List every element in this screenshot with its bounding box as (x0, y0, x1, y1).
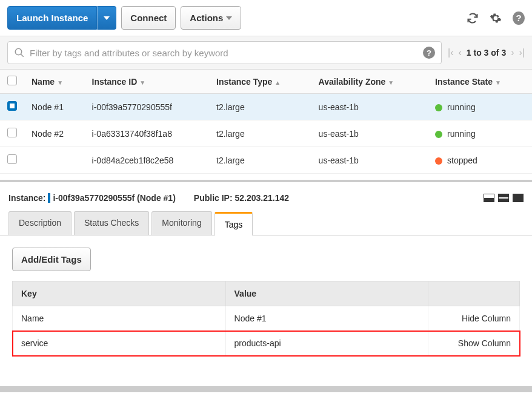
layout-icon-bottom[interactable] (484, 194, 494, 202)
selection-bar-icon (48, 193, 50, 203)
tags-panel: Add/Edit Tags Key Value NameNode #1Hide … (0, 235, 532, 368)
launch-instance-dropdown-button[interactable] (97, 6, 116, 30)
page-prev-icon[interactable]: ‹ (459, 47, 462, 58)
svg-line-1 (21, 54, 24, 57)
launch-instance-split-button: Launch Instance (7, 6, 116, 30)
col-instance-id[interactable]: Instance ID▼ (85, 70, 209, 94)
tag-key: Name (13, 306, 226, 331)
search-help-icon[interactable]: ? (423, 47, 435, 59)
main-toolbar: Launch Instance Connect Actions ? (0, 0, 532, 36)
instance-label: Instance: (8, 193, 45, 203)
tags-col-key: Key (13, 281, 226, 306)
status-dot-icon (435, 104, 442, 111)
tag-value: Node #1 (225, 306, 428, 331)
row-checkbox[interactable] (7, 154, 17, 164)
footer-bar (0, 386, 532, 392)
cell-instance-type: t2.large (209, 94, 311, 120)
tags-col-action (428, 281, 520, 306)
instance-value: i-00f39a5770290555f (Node #1) (53, 193, 175, 203)
add-edit-tags-button[interactable]: Add/Edit Tags (12, 248, 91, 271)
detail-header: Instance: i-00f39a5770290555f (Node #1) … (0, 180, 532, 211)
svg-point-0 (15, 48, 22, 55)
launch-instance-button[interactable]: Launch Instance (7, 6, 97, 30)
detail-tabs: Description Status Checks Monitoring Tag… (0, 211, 532, 235)
page-last-icon[interactable]: ›| (519, 47, 525, 58)
status-dot-icon (435, 131, 442, 138)
cell-state: running (428, 120, 532, 147)
tags-table: Key Value NameNode #1Hide Columnservicep… (12, 281, 520, 356)
pager: |‹ ‹ 1 to 3 of 3 › ›| (448, 47, 525, 58)
select-all-checkbox[interactable] (7, 76, 17, 85)
cell-name: Node #2 (24, 120, 85, 147)
tag-column-toggle[interactable]: Show Column (428, 331, 520, 356)
instances-table: Name▼ Instance ID▼ Instance Type▲ Availa… (0, 70, 532, 174)
caret-down-icon (226, 16, 232, 20)
tab-tags[interactable]: Tags (214, 212, 253, 235)
cell-instance-id: i-00f39a5770290555f (85, 94, 209, 120)
tab-status-checks[interactable]: Status Checks (74, 211, 149, 235)
table-row[interactable]: Node #1i-00f39a5770290555ft2.largeus-eas… (0, 94, 532, 120)
cell-az: us-east-1b (311, 147, 428, 174)
tag-key: service (13, 331, 226, 356)
tag-column-toggle[interactable]: Hide Column (428, 306, 520, 331)
connect-button[interactable]: Connect (121, 6, 176, 30)
col-availability-zone[interactable]: Availability Zone▼ (311, 70, 428, 94)
row-checkbox[interactable] (7, 101, 17, 111)
cell-name (24, 147, 85, 174)
public-ip-label: Public IP: (194, 193, 233, 203)
pager-text: 1 to 3 of 3 (467, 48, 506, 58)
cell-state: running (428, 94, 532, 120)
page-first-icon[interactable]: |‹ (448, 47, 453, 58)
row-checkbox[interactable] (7, 128, 17, 137)
page-next-icon[interactable]: › (511, 47, 514, 58)
tag-row: serviceproducts-apiShow Column (13, 331, 520, 356)
tab-monitoring[interactable]: Monitoring (151, 211, 211, 235)
cell-instance-type: t2.large (209, 120, 311, 147)
refresh-icon[interactable] (467, 12, 479, 24)
layout-icon-split[interactable] (498, 194, 509, 202)
cell-az: us-east-1b (311, 94, 428, 120)
public-ip-value: 52.203.21.142 (235, 193, 290, 203)
caret-down-icon (104, 16, 110, 20)
col-name[interactable]: Name▼ (24, 70, 85, 94)
tag-value: products-api (225, 331, 428, 356)
search-input[interactable] (30, 48, 423, 58)
col-instance-type[interactable]: Instance Type▲ (209, 70, 311, 94)
tab-description[interactable]: Description (8, 211, 71, 235)
cell-instance-type: t2.large (209, 147, 311, 174)
tag-row: NameNode #1Hide Column (13, 306, 520, 331)
search-box: ? (7, 41, 442, 64)
table-row[interactable]: i-0d84a2ceb1f8c2e58t2.largeus-east-1bsto… (0, 147, 532, 174)
cell-state: stopped (428, 147, 532, 174)
status-dot-icon (435, 157, 442, 165)
search-icon (14, 47, 25, 58)
cell-az: us-east-1b (311, 120, 428, 147)
gear-icon[interactable] (490, 12, 502, 24)
cell-instance-id: i-0d84a2ceb1f8c2e58 (85, 147, 209, 174)
table-row[interactable]: Node #2i-0a63313740f38f1a8t2.largeus-eas… (0, 120, 532, 147)
search-row: ? |‹ ‹ 1 to 3 of 3 › ›| (0, 36, 532, 70)
cell-name: Node #1 (24, 94, 85, 120)
layout-icon-full[interactable] (513, 194, 524, 202)
help-icon[interactable]: ? (513, 12, 525, 24)
cell-instance-id: i-0a63313740f38f1a8 (85, 120, 209, 147)
tags-col-value: Value (225, 281, 428, 306)
actions-button[interactable]: Actions (181, 6, 241, 30)
col-instance-state[interactable]: Instance State▼ (428, 70, 532, 94)
